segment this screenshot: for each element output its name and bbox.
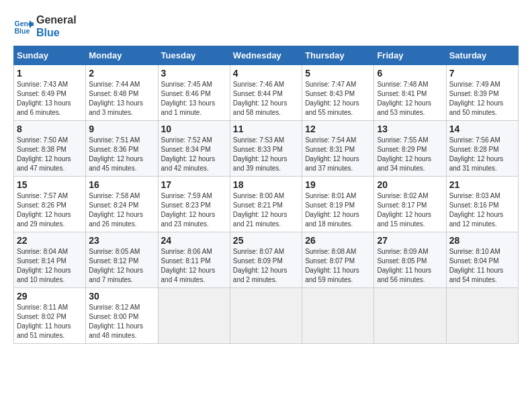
column-header-friday: Friday: [374, 46, 446, 65]
calendar-cell: [302, 288, 374, 344]
calendar-cell: 15 Sunrise: 7:57 AM Sunset: 8:26 PM Dayl…: [14, 177, 86, 232]
day-info: Sunrise: 8:06 AM Sunset: 8:11 PM Dayligh…: [161, 247, 227, 285]
calendar-cell: 12 Sunrise: 7:54 AM Sunset: 8:31 PM Dayl…: [302, 121, 374, 177]
day-info: Sunrise: 7:49 AM Sunset: 8:39 PM Dayligh…: [449, 80, 515, 118]
logo-icon: General Blue: [13, 16, 34, 36]
day-info: Sunrise: 7:51 AM Sunset: 8:36 PM Dayligh…: [89, 136, 154, 173]
day-number: 9: [89, 124, 154, 134]
day-info: Sunrise: 8:00 AM Sunset: 8:21 PM Dayligh…: [233, 191, 299, 229]
calendar-cell: 7 Sunrise: 7:49 AM Sunset: 8:39 PM Dayli…: [446, 65, 518, 121]
day-info: Sunrise: 7:56 AM Sunset: 8:28 PM Dayligh…: [449, 136, 515, 173]
day-info: Sunrise: 7:45 AM Sunset: 8:46 PM Dayligh…: [161, 80, 227, 118]
calendar-cell: 21 Sunrise: 8:03 AM Sunset: 8:16 PM Dayl…: [446, 177, 518, 232]
day-info: Sunrise: 7:58 AM Sunset: 8:24 PM Dayligh…: [89, 191, 154, 229]
calendar-cell: 26 Sunrise: 8:08 AM Sunset: 8:07 PM Dayl…: [302, 232, 374, 288]
logo-text-general: General: [36, 13, 77, 26]
day-info: Sunrise: 8:12 AM Sunset: 8:00 PM Dayligh…: [89, 303, 154, 340]
calendar-cell: [446, 288, 518, 344]
day-info: Sunrise: 8:11 AM Sunset: 8:02 PM Dayligh…: [17, 303, 83, 340]
day-number: 16: [89, 179, 154, 190]
page-header: General Blue General Blue: [13, 13, 519, 39]
day-number: 2: [89, 68, 154, 79]
day-info: Sunrise: 8:09 AM Sunset: 8:05 PM Dayligh…: [377, 247, 443, 285]
day-number: 19: [305, 179, 371, 190]
calendar-cell: 10 Sunrise: 7:52 AM Sunset: 8:34 PM Dayl…: [158, 121, 230, 177]
calendar-cell: 25 Sunrise: 8:07 AM Sunset: 8:09 PM Dayl…: [230, 232, 302, 288]
day-info: Sunrise: 7:46 AM Sunset: 8:44 PM Dayligh…: [233, 80, 299, 118]
calendar-cell: [374, 288, 446, 344]
column-header-sunday: Sunday: [14, 46, 86, 65]
calendar-table: SundayMondayTuesdayWednesdayThursdayFrid…: [13, 46, 519, 344]
day-number: 22: [17, 235, 83, 246]
calendar-cell: 6 Sunrise: 7:48 AM Sunset: 8:41 PM Dayli…: [374, 65, 446, 121]
day-number: 15: [17, 179, 83, 190]
logo: General Blue General Blue: [13, 13, 77, 39]
day-number: 26: [305, 235, 371, 246]
day-number: 6: [377, 68, 443, 79]
day-number: 21: [449, 179, 515, 190]
calendar-cell: 1 Sunrise: 7:43 AM Sunset: 8:49 PM Dayli…: [14, 65, 86, 121]
day-number: 7: [449, 68, 515, 79]
calendar-cell: 13 Sunrise: 7:55 AM Sunset: 8:29 PM Dayl…: [374, 121, 446, 177]
logo-text-blue: Blue: [36, 26, 77, 39]
calendar-cell: 29 Sunrise: 8:11 AM Sunset: 8:02 PM Dayl…: [14, 288, 86, 344]
day-info: Sunrise: 7:50 AM Sunset: 8:38 PM Dayligh…: [17, 136, 83, 173]
column-header-thursday: Thursday: [302, 46, 374, 65]
day-info: Sunrise: 8:05 AM Sunset: 8:12 PM Dayligh…: [89, 247, 154, 285]
calendar-cell: 11 Sunrise: 7:53 AM Sunset: 8:33 PM Dayl…: [230, 121, 302, 177]
calendar-cell: 14 Sunrise: 7:56 AM Sunset: 8:28 PM Dayl…: [446, 121, 518, 177]
column-header-wednesday: Wednesday: [230, 46, 302, 65]
day-number: 18: [233, 179, 299, 190]
column-header-saturday: Saturday: [446, 46, 518, 65]
calendar-cell: [158, 288, 230, 344]
day-info: Sunrise: 7:54 AM Sunset: 8:31 PM Dayligh…: [305, 136, 371, 173]
calendar-cell: 2 Sunrise: 7:44 AM Sunset: 8:48 PM Dayli…: [86, 65, 158, 121]
day-number: 23: [89, 235, 154, 246]
svg-text:Blue: Blue: [15, 27, 30, 35]
calendar-cell: 17 Sunrise: 7:59 AM Sunset: 8:23 PM Dayl…: [158, 177, 230, 232]
day-number: 27: [377, 235, 443, 246]
calendar-cell: 28 Sunrise: 8:10 AM Sunset: 8:04 PM Dayl…: [446, 232, 518, 288]
day-number: 20: [377, 179, 443, 190]
day-number: 4: [233, 68, 299, 79]
day-info: Sunrise: 7:48 AM Sunset: 8:41 PM Dayligh…: [377, 80, 443, 118]
day-number: 5: [305, 68, 371, 79]
calendar-cell: 8 Sunrise: 7:50 AM Sunset: 8:38 PM Dayli…: [14, 121, 86, 177]
day-info: Sunrise: 8:02 AM Sunset: 8:17 PM Dayligh…: [377, 191, 443, 229]
calendar-cell: 22 Sunrise: 8:04 AM Sunset: 8:14 PM Dayl…: [14, 232, 86, 288]
day-number: 29: [17, 291, 83, 302]
calendar-cell: 23 Sunrise: 8:05 AM Sunset: 8:12 PM Dayl…: [86, 232, 158, 288]
day-number: 1: [17, 68, 83, 79]
day-info: Sunrise: 7:47 AM Sunset: 8:43 PM Dayligh…: [305, 80, 371, 118]
day-number: 28: [449, 235, 515, 246]
calendar-cell: 27 Sunrise: 8:09 AM Sunset: 8:05 PM Dayl…: [374, 232, 446, 288]
calendar-cell: 5 Sunrise: 7:47 AM Sunset: 8:43 PM Dayli…: [302, 65, 374, 121]
column-header-tuesday: Tuesday: [158, 46, 230, 65]
day-info: Sunrise: 7:57 AM Sunset: 8:26 PM Dayligh…: [17, 191, 83, 229]
calendar-cell: 9 Sunrise: 7:51 AM Sunset: 8:36 PM Dayli…: [86, 121, 158, 177]
day-number: 8: [17, 124, 83, 134]
column-header-monday: Monday: [86, 46, 158, 65]
day-info: Sunrise: 7:52 AM Sunset: 8:34 PM Dayligh…: [161, 136, 227, 173]
day-info: Sunrise: 7:53 AM Sunset: 8:33 PM Dayligh…: [233, 136, 299, 173]
calendar-cell: 30 Sunrise: 8:12 AM Sunset: 8:00 PM Dayl…: [86, 288, 158, 344]
day-info: Sunrise: 7:43 AM Sunset: 8:49 PM Dayligh…: [17, 80, 83, 118]
day-info: Sunrise: 8:08 AM Sunset: 8:07 PM Dayligh…: [305, 247, 371, 285]
calendar-cell: 3 Sunrise: 7:45 AM Sunset: 8:46 PM Dayli…: [158, 65, 230, 121]
day-info: Sunrise: 8:01 AM Sunset: 8:19 PM Dayligh…: [305, 191, 371, 229]
day-number: 30: [89, 291, 154, 302]
calendar-cell: 4 Sunrise: 7:46 AM Sunset: 8:44 PM Dayli…: [230, 65, 302, 121]
day-info: Sunrise: 7:59 AM Sunset: 8:23 PM Dayligh…: [161, 191, 227, 229]
day-info: Sunrise: 8:10 AM Sunset: 8:04 PM Dayligh…: [449, 247, 515, 285]
day-info: Sunrise: 7:44 AM Sunset: 8:48 PM Dayligh…: [89, 80, 154, 118]
day-number: 13: [377, 124, 443, 134]
day-number: 12: [305, 124, 371, 134]
calendar-cell: 24 Sunrise: 8:06 AM Sunset: 8:11 PM Dayl…: [158, 232, 230, 288]
day-number: 17: [161, 179, 227, 190]
day-number: 14: [449, 124, 515, 134]
calendar-cell: 16 Sunrise: 7:58 AM Sunset: 8:24 PM Dayl…: [86, 177, 158, 232]
day-info: Sunrise: 7:55 AM Sunset: 8:29 PM Dayligh…: [377, 136, 443, 173]
calendar-cell: 19 Sunrise: 8:01 AM Sunset: 8:19 PM Dayl…: [302, 177, 374, 232]
calendar-cell: 20 Sunrise: 8:02 AM Sunset: 8:17 PM Dayl…: [374, 177, 446, 232]
calendar-cell: 18 Sunrise: 8:00 AM Sunset: 8:21 PM Dayl…: [230, 177, 302, 232]
